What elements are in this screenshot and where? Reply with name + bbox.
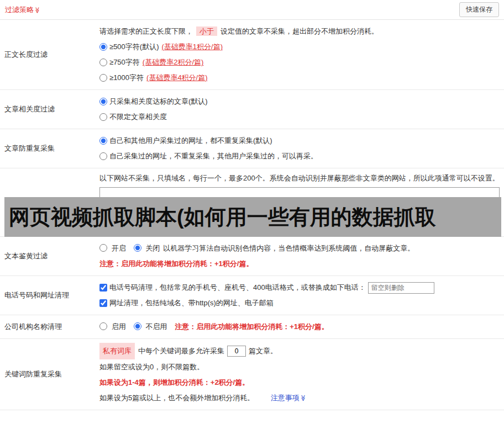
row-label-length-filter: 正文长度过滤 (0, 20, 99, 89)
porn-option-on-label: 开启 (112, 244, 126, 252)
keyword-limit-text: 中每个关键词最多允许采集 (138, 343, 224, 359)
row-label-porn-filter: 文本鉴黄过滤 (0, 237, 99, 275)
row-content-relevance-filter: 只采集相关度达标的文章(默认) 不限定文章相关度 (99, 90, 504, 129)
length-option-750-label: ≥750字符 (109, 55, 140, 70)
porn-option-off-label: 关闭 (145, 244, 160, 252)
site-filter-desc: 以下网站不采集，只填域名，每行一个，最多200个。系统会自动识别并屏蔽那些非文章… (99, 172, 500, 184)
length-option-1000-note: (基础费率4积分/篇) (146, 70, 208, 86)
row-content-dedup-filter: 自己和其他用户采集过的网址，都不重复采集(默认) 自己采集过的网址，不重复采集，… (99, 129, 504, 168)
row-content-length-filter: 请选择需求的正文长度下限，小于设定值的文章不采集，超出部分不增加积分消耗。 ≥5… (99, 20, 504, 89)
url-clean-label: 网址清理，包括纯域名、带http(s)的网址、电子邮箱 (109, 295, 274, 311)
overlay-caption-banner: 网页视频抓取脚本(如何用一些有用的数据抓取 (4, 197, 501, 237)
row-content-company-clean: 启用 不启用 注意：启用此功能将增加积分消耗：+1积分/篇。 (99, 315, 504, 338)
quick-save-button[interactable]: 快速保存 (459, 2, 499, 17)
relevance-option-any-label: 不限定文章相关度 (109, 109, 167, 125)
length-intro-highlight: 小于 (196, 26, 217, 36)
company-option-on[interactable]: 启用 (99, 319, 126, 335)
dedup-radio-self[interactable] (99, 152, 107, 160)
company-option-off[interactable]: 不启用 (134, 319, 167, 335)
row-label-company-clean: 公司机构名称清理 (0, 315, 99, 338)
length-radio-500[interactable] (99, 43, 107, 51)
porn-option-on[interactable]: 开启 (99, 241, 126, 256)
phone-clean-label: 电话号码清理，包括常见的手机号、座机号、400电话格式，或替换成如下电话： (109, 280, 366, 295)
length-option-500[interactable]: ≥500字符(默认) (基础费率1积分/篇) (99, 39, 500, 55)
private-lexicon-badge: 私有词库 (99, 343, 135, 359)
row-content-phone-url-clean: 电话号码清理，包括常见的手机号、座机号、400电话格式，或替换成如下电话： 网址… (99, 276, 504, 315)
replacement-phone-input[interactable] (368, 282, 434, 294)
row-dedup-filter: 文章防重复采集 自己和其他用户采集过的网址，都不重复采集(默认) 自己采集过的网… (0, 129, 504, 168)
keyword-limit-suffix: 篇文章。 (249, 343, 277, 359)
dedup-option-self-label: 自己采集过的网址，不重复采集，其他用户采集过的，可以再采。 (109, 149, 318, 164)
length-option-500-label: ≥500字符(默认) (109, 39, 159, 55)
row-label-keyword-dedup: 关键词防重复采集 (0, 339, 99, 410)
row-content-porn-filter: 开启 关闭 以机器学习算法自动识别色情内容，当色情概率达到系统阈值，自动屏蔽文章… (99, 237, 504, 275)
porn-radio-off[interactable] (134, 244, 141, 252)
keyword-rule-over5: 如果设为5篇或以上，也不会额外增加积分消耗。 注意事项≫ (99, 390, 500, 406)
row-porn-filter: 文本鉴黄过滤 开启 关闭 以机器学习算法自动识别色情内容，当色情概率达到系统阈值… (0, 237, 504, 276)
relevance-radio-strict[interactable] (99, 98, 107, 105)
relevance-option-strict-label: 只采集相关度达标的文章(默认) (109, 94, 208, 109)
dedup-radio-global[interactable] (99, 137, 107, 145)
row-company-clean: 公司机构名称清理 启用 不启用 注意：启用此功能将增加积分消耗：+1积分/篇。 (0, 315, 504, 339)
length-intro-before: 请选择需求的正文长度下限， (99, 27, 193, 35)
length-radio-750[interactable] (99, 59, 107, 66)
chevron-down-icon[interactable]: ≫ (34, 7, 41, 13)
company-clean-options: 启用 不启用 注意：启用此功能将增加积分消耗：+1积分/篇。 (99, 319, 500, 335)
keyword-rule-over5-text: 如果设为5篇或以上，也不会额外增加积分消耗。 (99, 394, 254, 402)
row-length-filter: 正文长度过滤 请选择需求的正文长度下限，小于设定值的文章不采集，超出部分不增加积… (0, 20, 504, 90)
relevance-option-strict[interactable]: 只采集相关度达标的文章(默认) (99, 94, 500, 109)
dedup-option-global-label: 自己和其他用户采集过的网址，都不重复采集(默认) (109, 133, 272, 149)
length-option-500-note: (基础费率1积分/篇) (161, 39, 223, 55)
url-clean-checkbox[interactable] (99, 299, 107, 307)
keyword-limit-input[interactable] (227, 346, 246, 357)
row-relevance-filter: 文章相关度过滤 只采集相关度达标的文章(默认) 不限定文章相关度 (0, 90, 504, 129)
notes-link[interactable]: 注意事项≫ (271, 394, 307, 402)
porn-radio-on[interactable] (99, 244, 107, 252)
row-phone-url-clean: 电话号码和网址清理 电话号码清理，包括常见的手机号、座机号、400电话格式，或替… (0, 276, 504, 315)
length-intro-after: 设定值的文章不采集，超出部分不增加积分消耗。 (221, 27, 379, 35)
page-title-text: 过滤策略 (5, 6, 34, 14)
porn-filter-note: 注意：启用此功能将增加积分消耗：+1积分/篇。 (99, 256, 500, 272)
row-label-phone-url-clean: 电话号码和网址清理 (0, 276, 99, 315)
length-option-750-note: (基础费率2积分/篇) (143, 55, 204, 70)
relevance-radio-any[interactable] (99, 113, 107, 121)
url-clean-line[interactable]: 网址清理，包括纯域名、带http(s)的网址、电子邮箱 (99, 295, 500, 311)
company-option-off-label: 不启用 (145, 322, 167, 331)
row-content-keyword-dedup: 私有词库 中每个关键词最多允许采集 篇文章。 如果留空或设为0，则不限篇数。 如… (99, 339, 504, 410)
company-option-on-label: 启用 (112, 322, 126, 331)
top-bar: 过滤策略≫ 快速保存 (0, 0, 504, 20)
keyword-rule-unlimited: 如果留空或设为0，则不限篇数。 (99, 359, 500, 375)
length-filter-intro: 请选择需求的正文长度下限，小于设定值的文章不采集，超出部分不增加积分消耗。 (99, 24, 500, 39)
length-option-750[interactable]: ≥750字符 (基础费率2积分/篇) (99, 55, 500, 70)
porn-filter-desc: 以机器学习算法自动识别色情内容，当色情概率达到系统阈值，自动屏蔽文章。 (163, 241, 414, 256)
filter-strategy-page: 过滤策略≫ 快速保存 正文长度过滤 请选择需求的正文长度下限，小于设定值的文章不… (0, 0, 504, 424)
porn-option-off[interactable]: 关闭 (134, 241, 160, 256)
company-clean-note: 注意：启用此功能将增加积分消耗：+1积分/篇。 (175, 319, 328, 335)
company-radio-off[interactable] (134, 322, 141, 330)
length-option-1000-label: ≥1000字符 (109, 70, 144, 86)
relevance-option-any[interactable]: 不限定文章相关度 (99, 109, 500, 125)
dedup-option-global[interactable]: 自己和其他用户采集过的网址，都不重复采集(默认) (99, 133, 500, 149)
phone-clean-checkbox[interactable] (99, 284, 107, 292)
overlay-caption-text: 网页视频抓取脚本(如何用一些有用的数据抓取 (9, 205, 436, 229)
page-title: 过滤策略≫ (5, 5, 41, 15)
notes-chevron-icon: ≫ (296, 395, 311, 401)
company-radio-on[interactable] (99, 322, 107, 330)
row-label-dedup-filter: 文章防重复采集 (0, 129, 99, 168)
row-keyword-dedup: 关键词防重复采集 私有词库 中每个关键词最多允许采集 篇文章。 如果留空或设为0… (0, 339, 504, 410)
row-label-relevance-filter: 文章相关度过滤 (0, 90, 99, 129)
length-radio-1000[interactable] (99, 74, 107, 82)
dedup-option-self[interactable]: 自己采集过的网址，不重复采集，其他用户采集过的，可以再采。 (99, 149, 500, 164)
phone-clean-line: 电话号码清理，包括常见的手机号、座机号、400电话格式，或替换成如下电话： (99, 280, 500, 295)
keyword-limit-line: 私有词库 中每个关键词最多允许采集 篇文章。 (99, 343, 500, 359)
porn-filter-options: 开启 关闭 以机器学习算法自动识别色情内容，当色情概率达到系统阈值，自动屏蔽文章… (99, 241, 500, 256)
keyword-rule-cost: 如果设为1-4篇，则增加积分消耗：+2积分/篇。 (99, 375, 500, 390)
length-option-1000[interactable]: ≥1000字符 (基础费率4积分/篇) (99, 70, 500, 86)
